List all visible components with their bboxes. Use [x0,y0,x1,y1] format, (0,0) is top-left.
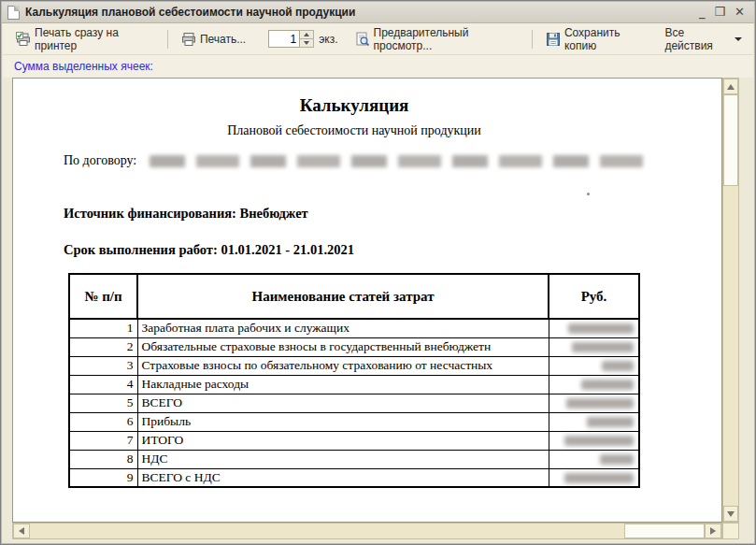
row-number-cell[interactable]: 6 [69,412,137,431]
table-row: 6Прибыль [69,412,639,431]
cost-item-cell[interactable]: Страховые взносы по обязательному страхо… [137,356,549,375]
contract-label: По договору: [64,153,136,168]
header-cost-item[interactable]: Наименование статей затрат [137,274,549,319]
cost-item-cell[interactable]: Обязательные страховые взносы в государс… [137,337,549,356]
work-period-line: Срок выполнения работ: 01.01.2021 - 21.0… [64,242,354,258]
print-label: Печать... [200,33,246,46]
print-now-label: Печать сразу на принтер [35,26,154,52]
cost-item-cell[interactable]: НДС [137,450,549,468]
copies-spinner [300,30,314,48]
amount-cell[interactable] [549,450,639,468]
save-copy-button[interactable]: Сохранить копию [542,23,651,55]
amount-redacted-value [572,342,634,352]
funding-source-line: Источник финансирования: Внебюджет [64,206,308,222]
print-button[interactable]: Печать... [178,29,250,50]
title-bar: Калькуляция плановой себестоимости научн… [2,2,754,23]
status-row: Сумма выделенных ячеек: [3,55,753,78]
document-subtitle: Плановой себестоимости научной продукции [27,123,681,138]
copies-control: экз. [268,30,337,48]
amount-cell[interactable] [549,431,639,450]
cost-table: № п/п Наименование статей затрат Руб. 1З… [68,273,640,488]
table-row: 1Заработная плата рабочих и служащих [69,319,639,337]
cost-item-cell[interactable]: Заработная плата рабочих и служащих [137,319,549,337]
cost-item-cell[interactable]: ВСЕГО [137,394,549,412]
horizontal-scrollbar[interactable] [12,523,722,539]
table-header-row: № п/п Наименование статей затрат Руб. [69,274,639,319]
spinner-up-button[interactable] [300,30,314,39]
toolbar: Печать сразу на принтер Печать... экз. [3,23,753,55]
arrow-up-icon [727,84,735,90]
row-number-cell[interactable]: 8 [69,450,137,468]
row-number-cell[interactable]: 4 [69,375,137,394]
row-number-cell[interactable]: 1 [69,319,137,337]
amount-redacted-value [568,323,634,334]
header-rubles[interactable]: Руб. [549,274,639,319]
amount-cell[interactable] [549,356,639,375]
close-button[interactable]: ✕ [735,6,745,19]
minimize-button[interactable]: _ [699,6,706,19]
toolbar-separator [167,30,168,49]
toolbar-separator [532,30,533,49]
preview-button[interactable]: Предварительный просмотр... [351,23,522,55]
scroll-up-button[interactable] [723,79,738,94]
window-title: Калькуляция плановой себестоимости научн… [25,6,699,19]
amount-cell[interactable] [549,319,639,337]
table-row: 9ВСЕГО с НДС [69,468,639,487]
vertical-scrollbar[interactable] [722,78,739,523]
amount-cell[interactable] [549,375,639,394]
row-number-cell[interactable]: 5 [69,394,137,412]
scroll-down-button[interactable] [723,506,738,522]
scroll-right-button[interactable] [705,523,721,538]
table-row: 4Накладные расходы [69,375,639,394]
copies-unit-label: экз. [319,33,337,46]
spreadsheet-view[interactable]: Калькуляция Плановой себестоимости научн… [12,78,722,523]
sum-selected-cells-label: Сумма выделенных ячеек: [14,60,153,73]
save-icon [546,32,561,47]
amount-cell[interactable] [549,394,639,412]
contract-line: По договору: [64,153,654,168]
arrow-left-icon [19,527,24,535]
amount-cell[interactable] [549,337,639,356]
printer-icon [181,32,196,47]
print-now-button[interactable]: Печать сразу на принтер [12,23,158,55]
vertical-scroll-thumb[interactable] [723,94,738,186]
row-number-cell[interactable]: 9 [69,468,137,487]
all-actions-button[interactable]: Все действия [663,23,744,55]
arrow-right-icon [710,527,716,535]
spinner-down-button[interactable] [300,39,314,48]
row-number-cell[interactable]: 2 [69,337,137,356]
cost-item-cell[interactable]: ИТОГО [137,431,549,450]
row-number-cell[interactable]: 7 [69,431,137,450]
table-row: 7ИТОГО [69,431,639,450]
document-title: Калькуляция [27,95,681,116]
cost-item-cell[interactable]: ВСЕГО с НДС [137,468,549,487]
header-row-number[interactable]: № п/п [69,274,137,319]
horizontal-scroll-thumb[interactable] [624,523,705,538]
app-window: Калькуляция плановой себестоимости научн… [0,0,756,545]
save-copy-label: Сохранить копию [564,26,648,52]
scroll-left-button[interactable] [13,523,30,538]
preview-label: Предварительный просмотр... [374,26,519,52]
amount-redacted-value [602,361,634,371]
row-number-cell[interactable]: 3 [69,356,137,375]
cost-item-cell[interactable]: Накладные расходы [137,375,549,394]
contract-redacted-text [150,155,654,167]
amount-redacted-value [564,436,634,446]
amount-redacted-value [581,380,634,390]
all-actions-label: Все действия [664,26,730,52]
cost-table-body: 1Заработная плата рабочих и служащих2Обя… [69,319,639,487]
document-icon [7,6,20,20]
stray-mark [587,193,590,195]
table-row: 3Страховые взносы по обязательному страх… [69,356,639,375]
cost-item-cell[interactable]: Прибыль [137,412,549,431]
amount-cell[interactable] [549,468,639,487]
printer-check-icon [16,32,31,47]
copies-input[interactable] [268,30,300,48]
arrow-down-icon [727,511,735,517]
chevron-down-icon [735,37,742,41]
amount-cell[interactable] [549,412,639,431]
maximize-button[interactable]: ❒ [714,6,725,19]
table-row: 8НДС [69,450,639,468]
preview-icon [355,32,370,47]
amount-redacted-value [564,473,634,483]
